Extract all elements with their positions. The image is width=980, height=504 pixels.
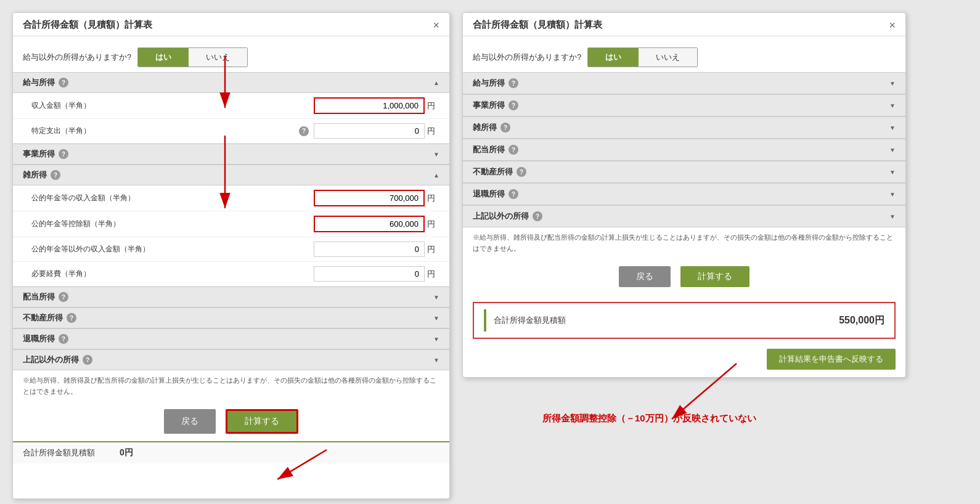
section-title-taishoku: 退職所得	[23, 333, 55, 344]
label-hiyou: 必要経費（半角）	[31, 269, 314, 279]
result-box-value: 550,000円	[839, 314, 884, 327]
right-chevron-haito: ▼	[889, 147, 896, 153]
right-help-kyuyo[interactable]: ?	[508, 78, 518, 88]
right-section-jokiigai[interactable]: 上記以外の所得 ? ▼	[463, 205, 905, 227]
right-question-label: 給与以外の所得がありますか?	[473, 52, 581, 63]
chevron-jokiigai: ▼	[433, 357, 439, 364]
form-row-nenkin-nyukin: 公的年金等の収入金額（半角） 円	[13, 185, 449, 211]
right-section-haito[interactable]: 配当所得 ? ▼	[463, 139, 905, 161]
form-row-nyukin: 収入金額（半角） 円	[13, 93, 449, 119]
help-icon-taishoku[interactable]: ?	[59, 334, 68, 344]
input-group-nenkin-kojo: 円	[314, 216, 439, 232]
chevron-jigyo: ▼	[433, 151, 439, 158]
right-yes-button[interactable]: はい	[588, 48, 639, 67]
right-help-fudosan[interactable]: ?	[517, 167, 526, 177]
left-total-row: 合計所得金額見積額 0円	[13, 441, 449, 463]
left-btn-row: 戻る 計算する	[13, 402, 449, 441]
right-close-button[interactable]: ×	[889, 20, 896, 31]
input-group-igai-nyukin: 円	[314, 242, 439, 257]
right-dialog: 合計所得金額（見積額）計算表 × 給与以外の所得がありますか? はい いいえ 給…	[462, 12, 906, 378]
section-header-taishoku[interactable]: 退職所得 ? ▼	[13, 328, 449, 349]
help-icon-haito[interactable]: ?	[59, 292, 68, 302]
help-icon-kyuyo[interactable]: ?	[59, 78, 68, 87]
left-toggle-group: はい いいえ	[137, 47, 248, 67]
chevron-taishoku: ▼	[433, 336, 439, 343]
help-icon-jokiigai[interactable]: ?	[83, 355, 92, 365]
section-title-jokiigai: 上記以外の所得	[23, 354, 79, 365]
right-help-jigyo[interactable]: ?	[508, 100, 518, 110]
unit-nenkin-kojo: 円	[427, 219, 439, 230]
right-help-zatsu[interactable]: ?	[500, 123, 510, 132]
input-nyukin[interactable]	[314, 97, 425, 114]
right-help-haito[interactable]: ?	[508, 145, 518, 155]
left-total-label: 合計所得金額見積額	[23, 447, 95, 458]
input-igai-nyukin[interactable]	[314, 242, 425, 257]
input-group-hiyou: 円	[314, 266, 439, 282]
right-dialog-body: 給与以外の所得がありますか? はい いいえ 給与所得 ? ▼ 事業所得 ? ▼ …	[463, 36, 905, 377]
left-calc-button[interactable]: 計算する	[226, 409, 298, 434]
right-section-taishoku[interactable]: 退職所得 ? ▼	[463, 183, 905, 205]
input-nenkin-kojo[interactable]	[314, 216, 425, 232]
label-nyukin: 収入金額（半角）	[31, 100, 314, 111]
annotation-text: 所得金額調整控除（－10万円）が反映されていない	[542, 413, 756, 425]
help-icon-tokushi[interactable]: ?	[299, 126, 309, 136]
input-group-tokushi: ? 円	[299, 123, 439, 139]
right-title-fudosan: 不動産所得	[473, 166, 513, 177]
chevron-fudosan: ▼	[433, 315, 439, 322]
right-chevron-jigyo: ▼	[889, 102, 896, 109]
section-header-fudosan[interactable]: 不動産所得 ? ▼	[13, 307, 449, 328]
right-no-button[interactable]: いいえ	[639, 48, 697, 67]
help-icon-zatsu[interactable]: ?	[51, 170, 60, 180]
left-dialog-header: 合計所得金額（見積額）計算表 ×	[13, 13, 449, 36]
left-dialog-body: 給与以外の所得がありますか? はい いいえ 給与所得 ? ▲ 収入金額（半角） …	[13, 36, 449, 463]
right-note: ※給与所得、雑所得及び配当所得の金額の計算上損失が生じることはありますが、その損…	[463, 227, 905, 259]
right-toggle-group: はい いいえ	[587, 47, 698, 67]
chevron-kyuyo: ▲	[433, 79, 439, 86]
right-chevron-fudosan: ▼	[889, 169, 896, 176]
form-row-tokushi: 特定支出（半角） ? 円	[13, 119, 449, 144]
right-title-taishoku: 退職所得	[473, 189, 505, 200]
input-hiyou[interactable]	[314, 266, 425, 282]
unit-nyukin: 円	[427, 100, 439, 112]
left-no-button[interactable]: いいえ	[189, 48, 247, 67]
section-title-kyuyo: 給与所得	[23, 77, 55, 88]
left-close-button[interactable]: ×	[433, 20, 439, 31]
input-group-nenkin-nyukin: 円	[314, 190, 439, 206]
section-title-fudosan: 不動産所得	[23, 312, 63, 323]
right-help-jokiigai[interactable]: ?	[533, 211, 542, 221]
help-icon-fudosan[interactable]: ?	[67, 313, 76, 323]
section-header-kyuyo[interactable]: 給与所得 ? ▲	[13, 72, 449, 93]
left-back-button[interactable]: 戻る	[164, 409, 216, 434]
form-row-hiyou: 必要経費（半角） 円	[13, 262, 449, 287]
help-icon-jigyo[interactable]: ?	[59, 149, 68, 159]
right-calc-button[interactable]: 計算する	[680, 266, 749, 287]
right-section-jigyo[interactable]: 事業所得 ? ▼	[463, 94, 905, 116]
section-header-jigyo[interactable]: 事業所得 ? ▼	[13, 144, 449, 165]
right-title-haito: 配当所得	[473, 144, 505, 155]
form-row-igai-nyukin: 公的年金等以外の収入金額（半角） 円	[13, 237, 449, 262]
right-chevron-jokiigai: ▼	[889, 213, 896, 220]
section-header-zatsu[interactable]: 雑所得 ? ▲	[13, 165, 449, 185]
unit-nenkin-nyukin: 円	[427, 193, 439, 204]
section-header-jokiigai[interactable]: 上記以外の所得 ? ▼	[13, 349, 449, 370]
right-back-button[interactable]: 戻る	[619, 266, 671, 287]
apply-button[interactable]: 計算結果を申告書へ反映する	[767, 349, 896, 370]
section-title-jigyo: 事業所得	[23, 148, 55, 160]
right-section-kyuyo[interactable]: 給与所得 ? ▼	[463, 72, 905, 94]
right-section-zatsu[interactable]: 雑所得 ? ▼	[463, 116, 905, 139]
right-dialog-title: 合計所得金額（見積額）計算表	[473, 19, 602, 31]
right-help-taishoku[interactable]: ?	[508, 189, 518, 199]
unit-hiyou: 円	[427, 269, 439, 280]
right-chevron-taishoku: ▼	[889, 191, 896, 198]
right-section-fudosan[interactable]: 不動産所得 ? ▼	[463, 161, 905, 183]
left-dialog-title: 合計所得金額（見積額）計算表	[23, 19, 152, 31]
label-nenkin-kojo: 公的年金等控除額（半角）	[31, 219, 314, 229]
input-tokushi[interactable]	[314, 123, 425, 139]
input-nenkin-nyukin[interactable]	[314, 190, 425, 206]
left-total-value: 0円	[120, 447, 133, 458]
right-title-jokiigai: 上記以外の所得	[473, 211, 529, 222]
unit-tokushi: 円	[427, 126, 439, 137]
section-header-haito[interactable]: 配当所得 ? ▼	[13, 287, 449, 307]
left-yes-button[interactable]: はい	[138, 48, 189, 67]
label-igai-nyukin: 公的年金等以外の収入金額（半角）	[31, 244, 314, 254]
